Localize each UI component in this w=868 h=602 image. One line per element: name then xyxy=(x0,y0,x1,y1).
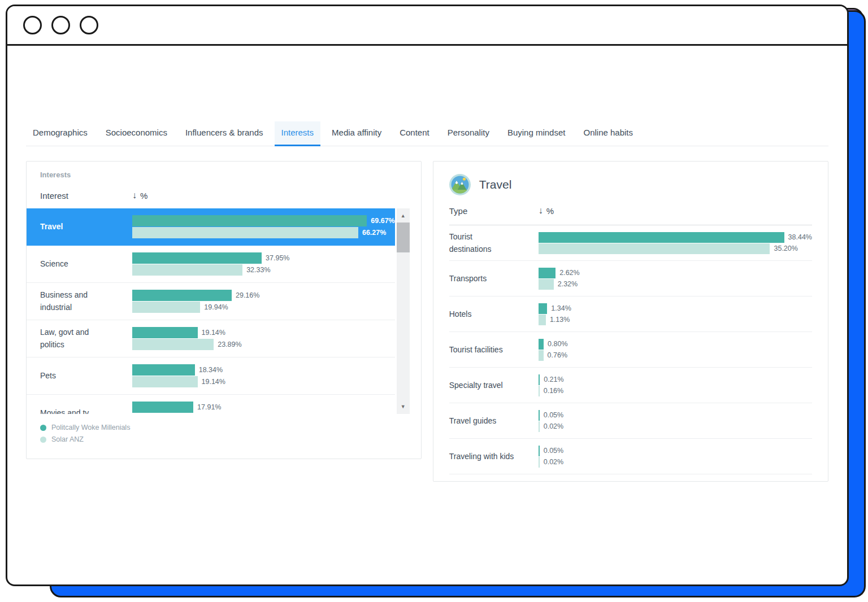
bar-solar-anz[interactable] xyxy=(132,227,358,238)
bar-line-s1: 0.21% xyxy=(539,374,812,385)
legend-label: Politcally Woke Millenials xyxy=(51,424,130,431)
interest-row-business-and-industrial[interactable]: Business and industrial29.16%19.94% xyxy=(27,283,395,320)
window-content: DemographicsSocioeconomicsInfluencers & … xyxy=(7,46,847,482)
bar-solar-anz[interactable] xyxy=(539,386,540,396)
legend-item: Solar ANZ xyxy=(40,435,407,443)
bar-politcally-woke-millenials[interactable] xyxy=(132,215,367,226)
bar-value-label: 29.16% xyxy=(236,291,259,299)
window-control-2[interactable] xyxy=(51,16,70,34)
tab-influencers-brands[interactable]: Influencers & brands xyxy=(179,121,270,146)
type-row-tourist-destinations[interactable]: Tourist destinations38.44%35.20% xyxy=(449,225,812,261)
bar-line-s2 xyxy=(132,413,395,414)
row-bars: 18.34%19.14% xyxy=(132,364,395,388)
tab-buying-mindset[interactable]: Buying mindset xyxy=(501,121,572,146)
bar-solar-anz[interactable] xyxy=(132,376,198,387)
type-column-header[interactable]: Type xyxy=(449,206,539,216)
bar-solar-anz[interactable] xyxy=(132,302,200,313)
bar-solar-anz[interactable] xyxy=(132,339,214,350)
bar-value-label: 1.13% xyxy=(550,316,570,324)
scrollbar-up-arrow-icon[interactable]: ▲ xyxy=(397,210,410,222)
bar-line-s2: 35.20% xyxy=(539,243,812,254)
bar-line-s1: 1.34% xyxy=(539,303,812,314)
bar-solar-anz[interactable] xyxy=(539,350,544,361)
tab-media-affinity[interactable]: Media affinity xyxy=(325,121,388,146)
row-label: Specialty travel xyxy=(449,379,539,391)
bar-politcally-woke-millenials[interactable] xyxy=(132,402,193,413)
scrollbar[interactable]: ▲ ▼ xyxy=(397,208,410,414)
bar-line-s1: 37.95% xyxy=(132,252,395,264)
bar-politcally-woke-millenials[interactable] xyxy=(539,410,540,421)
row-bars: 1.34%1.13% xyxy=(539,303,812,326)
tab-personality[interactable]: Personality xyxy=(441,121,496,146)
bar-value-label: 2.62% xyxy=(559,269,579,277)
bar-solar-anz[interactable] xyxy=(539,457,540,468)
bar-line-s1: 19.14% xyxy=(132,327,395,338)
travel-mountains-icon xyxy=(449,174,471,195)
bar-line-s2: 0.02% xyxy=(539,457,812,468)
tab-content[interactable]: Content xyxy=(393,121,436,146)
legend-dot-icon xyxy=(40,425,46,431)
bar-value-label: 17.91% xyxy=(197,403,221,411)
type-row-hotels[interactable]: Hotels1.34%1.13% xyxy=(449,296,812,332)
bar-solar-anz[interactable] xyxy=(539,315,546,325)
bar-politcally-woke-millenials[interactable] xyxy=(539,303,548,314)
interest-row-movies-and-tv[interactable]: Movies and tv17.91% xyxy=(27,395,395,414)
bar-line-s1: 29.16% xyxy=(132,290,395,301)
bar-politcally-woke-millenials[interactable] xyxy=(132,290,232,301)
bar-solar-anz[interactable] xyxy=(539,243,770,254)
percent-column-header[interactable]: % xyxy=(140,191,147,200)
scrollbar-down-arrow-icon[interactable]: ▼ xyxy=(397,400,410,413)
tab-online-habits[interactable]: Online habits xyxy=(576,121,640,146)
window-control-3[interactable] xyxy=(80,16,98,34)
bar-politcally-woke-millenials[interactable] xyxy=(539,446,540,456)
interest-row-pets[interactable]: Pets18.34%19.14% xyxy=(27,357,395,395)
tab-demographics[interactable]: Demographics xyxy=(26,121,94,146)
bar-politcally-woke-millenials[interactable] xyxy=(132,364,195,376)
bar-value-label: 2.32% xyxy=(558,280,578,288)
bar-solar-anz[interactable] xyxy=(132,264,242,276)
percent-column-header[interactable]: % xyxy=(546,206,554,216)
travel-detail-header: Travel xyxy=(449,174,812,195)
bar-line-s2: 1.13% xyxy=(539,315,812,325)
type-row-transports[interactable]: Transports2.62%2.32% xyxy=(449,261,812,296)
type-row-tourist-facilities[interactable]: Tourist facilities0.80%0.76% xyxy=(449,332,812,368)
tab-bar: DemographicsSocioeconomicsInfluencers & … xyxy=(26,121,828,146)
bar-politcally-woke-millenials[interactable] xyxy=(132,252,262,264)
interests-panel-title: Interests xyxy=(27,171,421,179)
bar-value-label: 19.14% xyxy=(202,378,225,386)
row-bars: 38.44%35.20% xyxy=(539,232,812,255)
interest-row-travel[interactable]: Travel69.67%66.27% xyxy=(27,208,395,246)
interest-column-header[interactable]: Interest xyxy=(40,191,132,200)
row-bars: 0.21%0.16% xyxy=(539,374,812,397)
bar-solar-anz[interactable] xyxy=(539,421,540,432)
window-control-1[interactable] xyxy=(23,16,42,34)
bar-value-label: 32.33% xyxy=(246,266,270,274)
legend-item: Politcally Woke Millenials xyxy=(40,424,407,431)
sort-descending-icon[interactable]: ↓ xyxy=(539,206,543,216)
type-row-traveling-with-kids[interactable]: Traveling with kids0.05%0.02% xyxy=(449,439,812,474)
row-bars: 29.16%19.94% xyxy=(132,289,395,313)
tab-socioeconomics[interactable]: Socioeconomics xyxy=(99,121,174,146)
bar-politcally-woke-millenials[interactable] xyxy=(539,374,540,385)
sort-descending-icon[interactable]: ↓ xyxy=(132,190,137,200)
bar-value-label: 0.21% xyxy=(544,376,563,383)
bar-politcally-woke-millenials[interactable] xyxy=(539,232,784,243)
interest-row-science[interactable]: Science37.95%32.33% xyxy=(27,246,395,283)
type-row-specialty-travel[interactable]: Specialty travel0.21%0.16% xyxy=(449,368,812,403)
bar-line-s2: 32.33% xyxy=(132,264,395,276)
legend-label: Solar ANZ xyxy=(51,435,84,443)
row-bars: 0.05%0.02% xyxy=(539,445,812,468)
interest-row-law-govt-and-politics[interactable]: Law, govt and politics19.14%23.89% xyxy=(27,320,395,357)
bar-line-s1: 0.80% xyxy=(539,339,812,350)
bar-solar-anz[interactable] xyxy=(539,279,554,290)
bar-line-s1: 2.62% xyxy=(539,268,812,278)
tab-interests[interactable]: Interests xyxy=(275,121,321,146)
travel-detail-title: Travel xyxy=(479,178,512,191)
bar-politcally-woke-millenials[interactable] xyxy=(539,268,555,278)
scrollbar-thumb[interactable] xyxy=(397,223,410,252)
bar-line-s1: 38.44% xyxy=(539,232,812,243)
row-label: Hotels xyxy=(449,308,539,320)
type-row-travel-guides[interactable]: Travel guides0.05%0.02% xyxy=(449,403,812,439)
bar-politcally-woke-millenials[interactable] xyxy=(539,339,544,350)
bar-politcally-woke-millenials[interactable] xyxy=(132,327,198,338)
